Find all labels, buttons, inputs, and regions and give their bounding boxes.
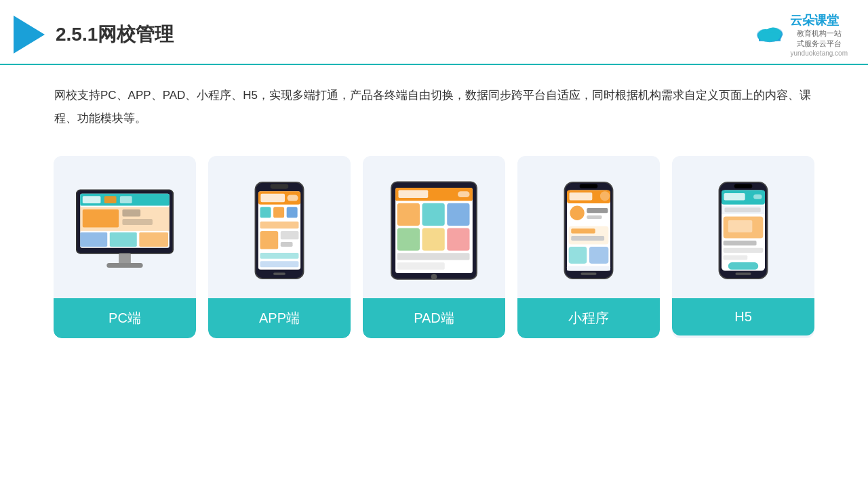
svg-rect-23 <box>119 253 131 264</box>
svg-rect-62 <box>587 208 608 213</box>
svg-rect-44 <box>399 190 429 197</box>
svg-rect-35 <box>260 231 279 249</box>
svg-rect-72 <box>734 184 753 188</box>
svg-rect-46 <box>397 203 420 226</box>
brand-logo: 云朵课堂 教育机构一站 式服务云平台 yunduoketang.com <box>753 12 848 57</box>
description-text: 网校支持PC、APP、PAD、小程序、H5，实现多端打通，产品各终端自由切换，数… <box>0 65 868 142</box>
svg-rect-14 <box>104 196 117 203</box>
card-pc-image <box>54 156 196 298</box>
svg-rect-17 <box>83 209 119 228</box>
svg-rect-84 <box>728 262 758 270</box>
header-left: 2.5.1网校管理 <box>14 16 174 54</box>
svg-rect-21 <box>110 232 137 246</box>
cards-container: PC端 <box>0 149 868 359</box>
svg-point-61 <box>570 205 584 220</box>
svg-point-9 <box>759 32 781 41</box>
svg-rect-52 <box>397 253 470 260</box>
card-pc: PC端 <box>54 156 196 338</box>
svg-rect-80 <box>728 220 753 232</box>
card-miniapp-image <box>517 156 660 298</box>
svg-rect-65 <box>571 228 595 233</box>
svg-rect-49 <box>397 228 420 250</box>
card-miniapp: 小程序 <box>517 156 660 338</box>
svg-rect-50 <box>422 228 445 250</box>
logo-triangle-icon <box>14 16 45 54</box>
svg-rect-81 <box>724 241 757 245</box>
svg-rect-13 <box>83 196 101 203</box>
svg-rect-48 <box>447 203 469 226</box>
svg-rect-40 <box>273 272 285 275</box>
svg-point-60 <box>600 191 610 201</box>
svg-rect-39 <box>260 261 299 267</box>
card-app: APP端 <box>208 156 351 338</box>
svg-rect-29 <box>260 194 285 202</box>
svg-rect-24 <box>106 263 142 268</box>
phone-miniapp-icon <box>561 176 616 285</box>
svg-rect-63 <box>587 216 601 219</box>
card-h5-label: H5 <box>672 298 814 336</box>
card-pad: PAD端 <box>363 156 505 338</box>
svg-rect-56 <box>580 184 598 188</box>
svg-rect-53 <box>397 262 445 270</box>
svg-rect-82 <box>724 248 764 253</box>
card-pad-image <box>363 156 505 298</box>
cloud-icon <box>753 24 786 45</box>
card-app-image <box>208 156 351 298</box>
svg-rect-51 <box>447 228 469 250</box>
svg-rect-38 <box>260 253 299 259</box>
svg-rect-70 <box>580 272 596 275</box>
svg-rect-83 <box>724 255 748 260</box>
card-app-label: APP端 <box>208 298 351 338</box>
svg-rect-85 <box>735 272 751 275</box>
svg-rect-26 <box>271 184 289 188</box>
svg-rect-30 <box>288 195 298 201</box>
header: 2.5.1网校管理 云朵课堂 教育机构一站 式服务 <box>0 0 868 65</box>
svg-rect-34 <box>260 221 299 228</box>
card-pad-label: PAD端 <box>363 298 505 338</box>
svg-point-54 <box>431 274 437 280</box>
svg-rect-32 <box>273 207 284 218</box>
svg-rect-69 <box>567 266 610 270</box>
svg-rect-22 <box>139 232 168 246</box>
svg-rect-19 <box>122 219 152 225</box>
pc-monitor-icon <box>71 183 179 278</box>
phone-app-icon <box>252 176 307 285</box>
svg-rect-18 <box>122 209 140 217</box>
svg-rect-78 <box>724 207 760 212</box>
svg-rect-68 <box>589 247 608 264</box>
svg-rect-45 <box>458 191 470 197</box>
cloud-logo: 云朵课堂 教育机构一站 式服务云平台 yunduoketang.com <box>753 12 848 57</box>
logo-tagline: 教育机构一站 式服务云平台 <box>790 28 848 49</box>
card-pc-label: PC端 <box>54 298 196 338</box>
svg-rect-67 <box>569 247 587 264</box>
logo-text-group: 云朵课堂 教育机构一站 式服务云平台 yunduoketang.com <box>790 12 848 57</box>
phone-h5-icon <box>716 176 770 285</box>
svg-rect-37 <box>281 242 293 247</box>
logo-url: yunduoketang.com <box>790 49 848 57</box>
svg-rect-31 <box>260 207 271 218</box>
svg-rect-15 <box>120 196 132 203</box>
svg-rect-20 <box>80 232 107 246</box>
svg-rect-33 <box>287 207 298 218</box>
logo-name: 云朵课堂 <box>790 12 848 28</box>
card-h5-image <box>672 156 814 298</box>
description-content: 网校支持PC、APP、PAD、小程序、H5，实现多端打通，产品各终端自由切换，数… <box>54 89 811 125</box>
svg-rect-47 <box>422 203 445 226</box>
svg-rect-36 <box>281 231 299 239</box>
card-h5: H5 <box>672 156 814 338</box>
svg-rect-66 <box>571 236 604 241</box>
page-title: 2.5.1网校管理 <box>56 22 174 47</box>
svg-rect-59 <box>570 192 593 201</box>
card-miniapp-label: 小程序 <box>517 298 660 338</box>
svg-rect-75 <box>724 193 745 201</box>
svg-rect-76 <box>753 194 762 199</box>
tablet-pad-icon <box>387 176 481 285</box>
